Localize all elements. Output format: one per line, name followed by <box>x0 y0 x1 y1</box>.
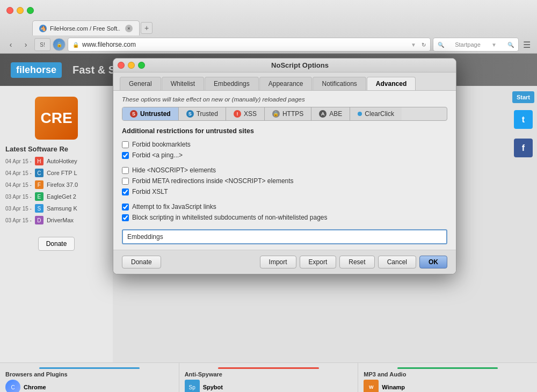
spybot-label: Spybot <box>203 384 223 390</box>
tab-notifications[interactable]: Notifications <box>313 77 366 90</box>
address-bar[interactable]: 🔒 www.filehorse.com ▼ ↻ <box>68 38 431 52</box>
donate-button[interactable]: Donate <box>122 256 161 268</box>
bookmark-icon[interactable]: S! <box>34 38 50 51</box>
checkbox-jslinks-label: Attempt to fix JavaScript links <box>132 203 216 210</box>
subtab-abe[interactable]: A ABE <box>311 107 350 120</box>
checkbox-scripting-label: Block scripting in whitelisted subdocume… <box>132 214 328 221</box>
list-item: 04 Apr 15 - C Core FTP L <box>5 167 107 179</box>
checkbox-meta-input[interactable] <box>122 178 129 185</box>
menu-button[interactable]: ☰ <box>521 40 533 50</box>
tab-whitelist[interactable]: Whitelist <box>162 77 204 90</box>
checkbox-bookmarklets-label: Forbid bookmarklets <box>132 141 191 148</box>
list-item: 03 Apr 15 - E EagleGet 2 <box>5 191 107 202</box>
dialog-close-button[interactable] <box>118 62 125 69</box>
https-subtab-icon: 🔒 <box>272 110 280 118</box>
refresh-icon[interactable]: ↻ <box>422 42 426 48</box>
back-button[interactable]: ‹ <box>4 38 17 51</box>
checkbox-jslinks: Attempt to fix JavaScript links <box>122 201 447 212</box>
coreftp-icon: C <box>35 169 43 177</box>
checkbox-ping-label: Forbid <a ping...> <box>132 151 183 159</box>
search-chevron: ▼ <box>491 42 497 48</box>
dialog-tab-bar: General Whitelist Embeddings Appearance … <box>113 72 456 91</box>
dialog-title: NoScript Options <box>148 61 452 69</box>
donate-button[interactable]: Donate <box>38 237 75 251</box>
category-title-antispyware: Anti-Spyware <box>185 371 353 378</box>
search-submit-icon[interactable]: 🔍 <box>507 42 514 48</box>
window-controls <box>6 7 34 14</box>
dialog-body: These options will take effect on new or… <box>113 91 456 250</box>
import-button[interactable]: Import <box>260 256 296 268</box>
search-bar[interactable]: 🔍 Startpage ▼ 🔍 <box>433 38 519 52</box>
ok-button[interactable]: OK <box>419 256 447 268</box>
footer-right-buttons: Import Export Reset Cancel OK <box>260 256 447 268</box>
dropdown-icon: ▼ <box>411 42 416 48</box>
checkbox-scripting-input[interactable] <box>122 214 129 221</box>
browser-tab[interactable]: 🐴 FileHorse.com / Free Soft... × <box>32 20 140 35</box>
tab-title: FileHorse.com / Free Soft... <box>50 25 120 32</box>
checkbox-meta: Forbid META redirections inside <NOSCRIP… <box>122 176 447 186</box>
list-item: 04 Apr 15 - F Firefox 37.0 <box>5 179 107 191</box>
checkbox-jslinks-input[interactable] <box>122 204 129 210</box>
close-button[interactable] <box>6 7 13 14</box>
dialog-titlebar: NoScript Options <box>113 59 456 72</box>
browser-window: 🐴 FileHorse.com / Free Soft... × + ‹ › S… <box>0 0 537 392</box>
bottom-categories: Browsers and Plugins C Chrome Anti-Spywa… <box>0 362 537 392</box>
browser-chrome: 🐴 FileHorse.com / Free Soft... × + ‹ › S… <box>0 0 537 54</box>
category-badge-browsers <box>39 367 140 369</box>
export-button[interactable]: Export <box>300 256 337 268</box>
search-engine-icon: 🔍 <box>438 42 444 48</box>
search-placeholder: Startpage <box>455 41 481 48</box>
checkbox-ping: Forbid <a ping...> <box>122 150 447 161</box>
subtab-xss-label: XSS <box>244 110 257 118</box>
tab-advanced[interactable]: Advanced <box>367 77 416 90</box>
start-button[interactable]: Start <box>512 91 534 103</box>
tab-embeddings[interactable]: Embeddings <box>205 77 259 90</box>
chrome-label: Chrome <box>24 384 46 390</box>
section-title: Additional restrictions for untrusted si… <box>122 127 447 135</box>
winamp-label: Winamp <box>382 384 405 390</box>
checkbox-noscript-label: Hide <NOSCRIPT> elements <box>132 166 216 174</box>
tab-appearance[interactable]: Appearance <box>259 77 313 90</box>
forward-button[interactable]: › <box>19 38 32 51</box>
tab-bar: 🐴 FileHorse.com / Free Soft... × + <box>0 20 537 35</box>
checkbox-bookmarklets-input[interactable] <box>122 141 129 148</box>
subtab-untrusted[interactable]: S Untrusted <box>122 107 179 120</box>
sub-tab-bar: S Untrusted S Trusted ! XSS 🔒 HTTPS A <box>122 107 447 121</box>
maximize-button[interactable] <box>27 7 34 14</box>
subtab-clearclick-label: ClearClick <box>365 110 394 118</box>
checkbox-noscript-input[interactable] <box>122 167 129 174</box>
subtab-trusted-label: Trusted <box>197 110 218 118</box>
trusted-subtab-icon: S <box>186 110 194 118</box>
minimize-button[interactable] <box>17 7 24 14</box>
checkbox-ping-input[interactable] <box>122 152 129 159</box>
subtab-trusted[interactable]: S Trusted <box>179 107 226 120</box>
list-item: 03 Apr 15 - S Samsung K <box>5 202 107 214</box>
checkbox-xslt-label: Forbid XSLT <box>132 188 168 195</box>
sidebar-section-title: Latest Software Re <box>5 145 107 153</box>
noscript-dialog: NoScript Options General Whitelist Embed… <box>113 58 456 274</box>
category-badge-antispyware <box>218 367 319 369</box>
tab-close-button[interactable]: × <box>125 25 133 32</box>
dialog-minimize-button[interactable] <box>128 62 135 69</box>
category-antispyware: Anti-Spyware Sp Spybot <box>179 363 359 392</box>
subtab-clearclick[interactable]: ClearClick <box>350 107 402 120</box>
twitter-icon[interactable]: t <box>514 110 533 129</box>
new-tab-button[interactable]: + <box>141 22 153 34</box>
site-sidebar: CRE Latest Software Re 04 Apr 15 - H Aut… <box>0 86 113 392</box>
embeddings-field[interactable]: Embeddings <box>122 229 447 244</box>
subtab-https[interactable]: 🔒 HTTPS <box>265 107 311 120</box>
subtab-https-label: HTTPS <box>282 110 303 118</box>
firefox-icon: F <box>35 180 43 189</box>
checkbox-noscript: Hide <NOSCRIPT> elements <box>122 165 447 176</box>
cancel-button[interactable]: Cancel <box>378 256 416 268</box>
browser-icon: 🔒 <box>53 38 66 51</box>
facebook-icon[interactable]: f <box>514 139 533 157</box>
tab-general[interactable]: General <box>120 77 161 90</box>
subtab-xss[interactable]: ! XSS <box>226 107 265 120</box>
checkbox-xslt: Forbid XSLT <box>122 186 447 197</box>
samsung-icon: S <box>35 204 43 213</box>
checkbox-xslt-input[interactable] <box>122 188 129 195</box>
reset-button[interactable]: Reset <box>339 256 374 268</box>
spybot-logo: Sp <box>185 380 200 392</box>
dialog-maximize-button[interactable] <box>138 62 145 69</box>
